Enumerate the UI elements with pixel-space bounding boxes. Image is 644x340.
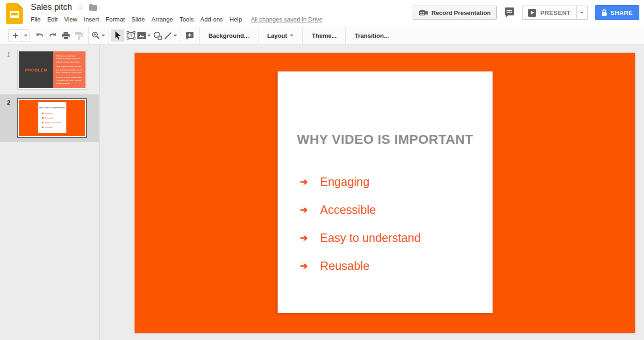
list-item[interactable]: ➔ Easy to understand [300,224,483,252]
menu-file[interactable]: File [28,14,44,24]
theme-label: Theme... [312,32,336,39]
edit-toolbar: T Background... Layout [0,27,644,44]
undo-icon [36,32,44,39]
arrow-bullet-icon: ➔ [300,260,320,271]
menu-edit[interactable]: Edit [44,14,61,24]
menu-bar: File Edit View Insert Format Slide Arran… [28,14,322,24]
theme-button[interactable]: Theme... [306,29,343,42]
present-label: PRESENT [540,9,571,16]
list-item[interactable]: ➔ Reusable [300,252,483,280]
present-options-dropdown[interactable] [576,6,587,19]
slide-2-thumbnail[interactable]: WHY VIDEO IS IMPORTANT Engaging Accessib… [17,98,87,138]
share-button[interactable]: SHARE [595,5,639,20]
record-presentation-label: Record Presentation [431,9,491,16]
menu-format[interactable]: Format [102,14,128,24]
list-item[interactable]: ➔ Accessible [300,196,483,224]
shape-tool-button[interactable] [151,29,164,42]
thumb1-title: PROBLEM [25,68,48,72]
insert-comment-button[interactable] [183,29,196,42]
transition-label: Transition... [355,32,389,39]
line-icon [164,32,172,40]
thumb1-paragraph: Increase in ticket volume when customers… [56,76,83,85]
document-title[interactable]: Sales pitch [31,2,72,12]
print-button[interactable] [59,29,72,42]
slide-1-number: 1 [0,50,17,90]
menu-tools[interactable]: Tools [176,14,197,24]
comments-button[interactable] [504,7,515,18]
image-icon [137,32,146,39]
lock-icon [601,9,607,16]
filmstrip-slide-2[interactable]: 2 WHY VIDEO IS IMPORTANT Engaging Access… [0,94,99,142]
chevron-down-icon [147,35,151,36]
list-item-text: Easy to understand [320,231,421,245]
thumb1-paragraph: Explaining complicated workflows through… [56,55,83,64]
add-comment-icon [186,31,194,40]
new-slide-button[interactable] [9,30,21,42]
slide-content-card[interactable]: WHY VIDEO IS IMPORTANT ➔ Engaging ➔ Acce… [278,71,493,313]
chevron-down-icon [173,35,177,36]
zoom-in-icon [92,31,100,40]
webcam-icon [419,9,428,16]
thumb1-paragraph: Slow response/resolution time due to sen… [56,65,83,74]
present-button-group: PRESENT [522,6,588,20]
list-item[interactable]: ➔ Engaging [300,168,483,196]
list-item-text: Engaging [320,175,370,189]
current-slide[interactable]: WHY VIDEO IS IMPORTANT ➔ Engaging ➔ Acce… [135,53,635,333]
slide-title-textbox[interactable]: WHY VIDEO IS IMPORTANT [278,132,493,147]
filmstrip-slide-1[interactable]: 1 PROBLEM Explaining complicated workflo… [0,48,99,94]
chevron-down-icon [24,35,28,36]
menu-addons[interactable]: Add-ons [197,14,226,24]
list-item-text: Accessible [320,203,376,217]
slide-bullet-list[interactable]: ➔ Engaging ➔ Accessible ➔ Easy to unders… [300,168,483,280]
star-icon[interactable]: ☆ [77,3,84,11]
zoom-button[interactable] [92,29,105,42]
arrow-bullet-icon: ➔ [300,176,320,187]
menu-view[interactable]: View [61,14,80,24]
thumb2-bullet: Reusable [45,126,53,128]
paint-format-button[interactable] [72,29,86,42]
slide-1-thumbnail[interactable]: PROBLEM Explaining complicated workflows… [17,50,87,90]
chevron-down-icon [290,35,293,36]
print-icon [62,32,70,40]
google-slides-logo-icon[interactable] [6,3,23,24]
share-label: SHARE [610,9,633,16]
play-icon [528,9,536,17]
top-bar: Sales pitch ☆ File Edit View Insert Form… [0,0,644,27]
menu-insert[interactable]: Insert [80,14,102,24]
cursor-arrow-icon [114,31,122,40]
plus-icon [12,32,19,39]
thumb2-bullet: Engaging [45,112,53,114]
transition-button[interactable]: Transition... [349,29,395,42]
select-tool-button[interactable] [111,29,124,42]
layout-label: Layout [267,32,287,39]
menu-arrange[interactable]: Arrange [148,14,176,24]
new-slide-dropdown[interactable] [21,30,29,42]
folder-move-icon[interactable] [89,4,97,11]
slide-canvas[interactable]: WHY VIDEO IS IMPORTANT ➔ Engaging ➔ Acce… [100,44,644,340]
paint-roller-icon [75,32,83,40]
record-presentation-button[interactable]: Record Presentation [413,6,497,20]
save-status-link[interactable]: All changes saved in Drive [251,14,322,24]
text-box-tool-button[interactable]: T [124,29,137,42]
svg-text:T: T [129,33,132,38]
chevron-down-icon [580,12,584,14]
menu-help[interactable]: Help [226,14,245,24]
text-box-icon: T [127,31,136,40]
slide-2-number: 2 [0,98,17,138]
layout-button[interactable]: Layout [261,29,300,42]
present-button[interactable]: PRESENT [522,6,576,19]
redo-button[interactable] [46,29,59,42]
new-slide-button-group [8,29,29,42]
insert-image-button[interactable] [137,29,151,42]
menu-slide[interactable]: Slide [128,14,148,24]
undo-button[interactable] [33,29,46,42]
slide-filmstrip: 1 PROBLEM Explaining complicated workflo… [0,44,100,340]
background-button[interactable]: Background... [202,29,255,42]
arrow-bullet-icon: ➔ [300,232,320,243]
shape-icon [153,31,162,40]
thumb2-bullet: Accessible [45,117,54,119]
redo-icon [49,32,57,39]
line-tool-button[interactable] [164,29,177,42]
thumb2-bullet: Easy to understand [45,121,61,124]
comment-bubble-icon [504,7,515,18]
